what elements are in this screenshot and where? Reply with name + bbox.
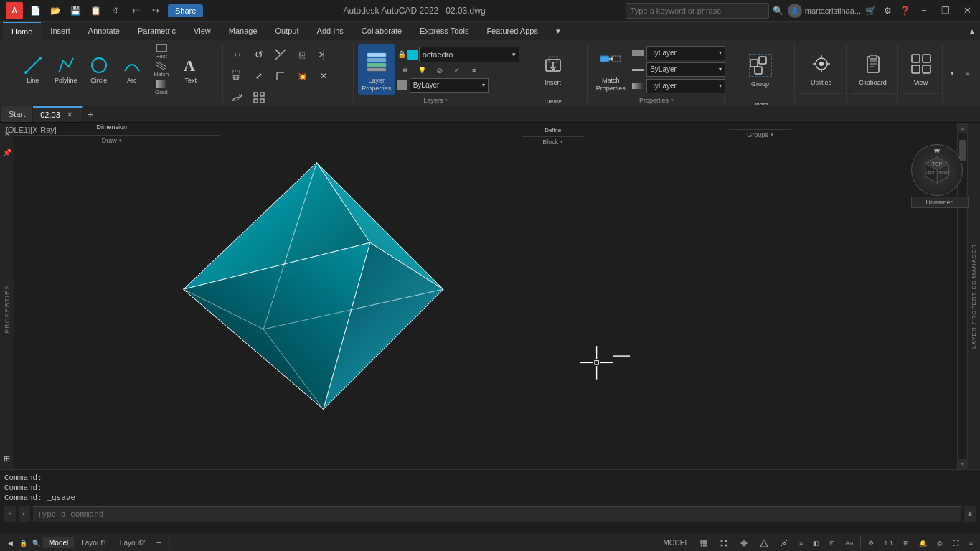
array-button[interactable]: [249, 88, 269, 108]
restore-btn[interactable]: ❐: [936, 2, 956, 19]
tab-output[interactable]: Output: [267, 22, 308, 40]
autocad-logo[interactable]: A: [6, 2, 23, 19]
copy-button[interactable]: ⎘: [292, 44, 312, 65]
annotation-btn[interactable]: Aa: [841, 535, 857, 551]
insert-button[interactable]: Insert: [534, 43, 572, 93]
polar-btn[interactable]: [735, 535, 753, 551]
hatch-button[interactable]: Hatch: [149, 61, 174, 78]
search-input[interactable]: [626, 3, 769, 19]
fullscreen-btn[interactable]: ⛶: [948, 535, 963, 551]
isolate-btn[interactable]: ◎: [933, 535, 947, 551]
customization-btn[interactable]: ≡: [965, 535, 977, 551]
arc-button[interactable]: Arc: [116, 51, 148, 88]
close-btn[interactable]: ✕: [957, 2, 977, 19]
properties-group-label[interactable]: Properties▾: [592, 95, 721, 105]
tab-collaborate[interactable]: Collaborate: [353, 22, 410, 40]
tab-parametric[interactable]: Parametric: [129, 22, 184, 40]
command-input[interactable]: [33, 506, 961, 522]
doc-tab-main-close[interactable]: ✕: [65, 110, 75, 120]
new-layout-btn[interactable]: +: [152, 537, 165, 550]
layer-isolate-button[interactable]: ◎: [432, 64, 448, 77]
layer-match-button[interactable]: ≡: [466, 64, 482, 77]
polyline-button[interactable]: Polyline: [50, 51, 82, 88]
qat-open[interactable]: 📂: [47, 3, 63, 19]
layout2-tab[interactable]: Layout2: [114, 537, 151, 548]
snap-dots-btn[interactable]: [715, 535, 733, 551]
qat-plot[interactable]: 🖨: [108, 3, 123, 19]
model-status[interactable]: MODEL: [659, 535, 693, 551]
scale-btn[interactable]: 1:1: [880, 535, 897, 551]
bylayer-dropdown-1[interactable]: ByLayer▾: [646, 46, 725, 60]
bylayer-dropdown-3[interactable]: ByLayer▾: [646, 79, 725, 93]
tab-lock-btn[interactable]: 🔒: [17, 537, 29, 549]
move-button[interactable]: ↔: [227, 44, 248, 65]
trim-button[interactable]: [270, 44, 291, 65]
share-button[interactable]: Share: [168, 4, 203, 17]
bylayer-dropdown-2[interactable]: ByLayer▾: [646, 62, 725, 77]
cmd-scroll-up[interactable]: ▲: [964, 506, 976, 522]
doc-tab-start[interactable]: Start: [1, 106, 33, 122]
settings-icon[interactable]: ⚙: [880, 3, 895, 19]
layer-dropdown[interactable]: octaedro ▾: [419, 47, 519, 62]
model-tab[interactable]: Model: [43, 537, 74, 548]
group-button[interactable]: Group: [742, 44, 779, 95]
layer-freeze-button[interactable]: ❄: [397, 64, 413, 77]
cmd-clear-btn[interactable]: ✕: [4, 506, 16, 522]
scroll-down-btn[interactable]: ▼: [958, 459, 968, 469]
tab-view[interactable]: View: [185, 22, 220, 40]
stretch-button[interactable]: ⤢: [249, 66, 269, 86]
utilities-button[interactable]: Utilities: [803, 43, 840, 93]
tab-manage[interactable]: Manage: [220, 22, 266, 40]
layer-on-button[interactable]: 💡: [415, 64, 430, 77]
cmd-options-btn[interactable]: ▸: [19, 506, 30, 522]
hardware-btn[interactable]: ⊞: [899, 535, 913, 551]
layer-manager-side[interactable]: LAYER PROPERTIES MANAGER: [967, 123, 980, 469]
qat-save[interactable]: 💾: [67, 3, 83, 19]
otrack-btn[interactable]: [775, 535, 793, 551]
view-button[interactable]: View: [903, 43, 939, 93]
line-button[interactable]: Line: [17, 51, 49, 88]
tab-home[interactable]: Home: [3, 22, 41, 40]
layer-make-current-button[interactable]: ✓: [449, 64, 465, 77]
tab-scroll-left[interactable]: ◀: [4, 537, 16, 549]
notification-btn[interactable]: 🔔: [915, 535, 931, 551]
user-area[interactable]: 👤 martacristinaa...: [788, 4, 861, 18]
tab-annotate[interactable]: Annotate: [80, 22, 128, 40]
scroll-up-btn[interactable]: ▲: [958, 123, 968, 133]
tab-expresstools[interactable]: Express Tools: [411, 22, 477, 40]
search-btn[interactable]: 🔍: [771, 3, 786, 19]
transparency-btn[interactable]: ◧: [809, 535, 824, 551]
osnap-btn[interactable]: [755, 535, 773, 551]
doc-tab-main[interactable]: 02.03 ✕: [33, 106, 83, 122]
layer-properties-button[interactable]: LayerProperties: [358, 44, 395, 95]
tab-featuredapps[interactable]: Featured Apps: [478, 22, 547, 40]
rectangle-button[interactable]: Rect: [149, 43, 174, 60]
tab-insert[interactable]: Insert: [42, 22, 79, 40]
minimize-btn[interactable]: −: [914, 2, 934, 19]
text-button[interactable]: A Text: [175, 51, 207, 88]
ribbon-options-btn[interactable]: ≡: [960, 65, 976, 81]
explode-button[interactable]: 💥: [292, 66, 312, 86]
gradient-button[interactable]: Grad: [149, 79, 174, 96]
color-dropdown[interactable]: ByLayer▾: [410, 78, 489, 93]
clipboard-button[interactable]: Clipboard: [854, 43, 892, 93]
viewport-canvas[interactable]: [OLE1][X-Ray]: [0, 123, 980, 469]
qat-undo[interactable]: ↩: [128, 3, 143, 19]
offset-button[interactable]: [227, 88, 248, 108]
fillet-button[interactable]: [270, 66, 291, 86]
lineweight-btn[interactable]: ≡: [795, 535, 807, 551]
rotate-button[interactable]: ↺: [249, 44, 269, 65]
circle-button[interactable]: Circle: [83, 51, 115, 88]
match-properties-button[interactable]: MatchProperties: [592, 44, 629, 95]
mirror-button[interactable]: [314, 44, 334, 65]
grid-btn[interactable]: [694, 535, 713, 551]
new-tab-button[interactable]: +: [83, 106, 98, 122]
scale-button[interactable]: [227, 66, 248, 86]
qat-new[interactable]: 📄: [27, 3, 43, 19]
ribbon-minimize[interactable]: ▲: [964, 23, 980, 39]
tab-search-btn[interactable]: 🔍: [30, 537, 42, 549]
tab-custom[interactable]: ▾: [547, 22, 569, 40]
qat-redo[interactable]: ↪: [148, 3, 164, 19]
compass-widget[interactable]: TOP FRONT LEFT W Unnamed: [911, 144, 969, 223]
erase-button[interactable]: ✕: [314, 66, 334, 86]
